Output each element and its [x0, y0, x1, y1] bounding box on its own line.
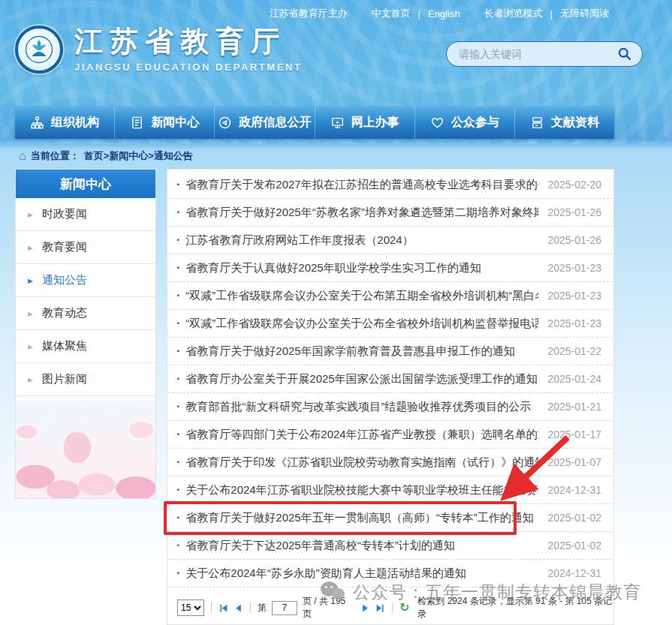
notice-link[interactable]: 关于公布2024年“苏乡永助”资助育人主题活动结果的通知: [185, 566, 538, 581]
pager-divider: [250, 602, 251, 613]
notice-row[interactable]: · 省教育厅办公室关于开展2025年国家公派出国留学选派受理工作的通知 2025…: [168, 365, 613, 393]
bullet-icon: ·: [176, 483, 180, 497]
prev-page-button[interactable]: [234, 603, 243, 613]
nav-item[interactable]: 政府信息公开: [215, 107, 315, 139]
topbar-home-link[interactable]: 中文首页: [372, 7, 411, 20]
notice-row[interactable]: · 江苏省教育厅政府网站工作年度报表（2024） 2025-01-26: [168, 227, 613, 254]
topbar-english-link[interactable]: English: [428, 8, 460, 20]
caret-right-icon: ▶: [28, 211, 33, 218]
page-number-input[interactable]: [272, 601, 297, 615]
notice-link[interactable]: 江苏省教育厅政府网站工作年度报表（2024）: [185, 233, 538, 248]
breadcrumb-path[interactable]: 首页>新闻中心>通知公告: [84, 149, 193, 163]
sidebar-item[interactable]: ▶ 图片新闻: [16, 363, 155, 396]
notice-link[interactable]: 省教育厅关于发布2027年拟在江苏招生的普通高校专业选考科目要求的公告: [185, 178, 538, 192]
bullet-icon: ·: [176, 455, 180, 469]
sidebar-item-label: 图片新闻: [42, 372, 87, 386]
notice-date: 2025-01-23: [547, 317, 601, 329]
notice-link[interactable]: 省教育厅关于认真做好2025年职业学校学生实习工作的通知: [185, 261, 538, 275]
breadcrumb-label: 当前位置：: [31, 149, 80, 163]
sidebar: 新闻中心 ▶ 时政要闻 ▶ 教育要闻 ▶ 通知公告 ▶ 教育动态 ▶ 媒体聚焦 …: [15, 169, 156, 499]
sidebar-item[interactable]: ▶ 教育要闻: [16, 231, 155, 264]
notice-link[interactable]: 省教育厅办公室关于开展2025年国家公派出国留学选派受理工作的通知: [185, 372, 538, 386]
notice-link[interactable]: 省教育厅关于下达2025年普通高校“专转本”计划的通知: [185, 539, 538, 553]
nav-item-label: 公众参与: [451, 115, 499, 131]
notice-link[interactable]: 省教育厅关于做好2025年国家学前教育普及普惠县申报工作的通知: [185, 344, 538, 359]
sidebar-item-label: 时政要闻: [42, 207, 87, 221]
notice-link[interactable]: 教育部首批“新文科研究与改革实践项目”结题验收推荐优秀项目的公示: [185, 400, 538, 414]
notice-row[interactable]: · “双减”工作省级联席会议办公室关于公布全省校外培训机构监督举报电话的公… 2…: [168, 310, 613, 338]
next-page-button[interactable]: [360, 603, 370, 613]
pager-divider: [392, 602, 393, 613]
notice-link[interactable]: 省教育厅关于印发《江苏省职业院校劳动教育实施指南（试行）》的通知: [185, 455, 538, 470]
nav-item[interactable]: 文献资料: [515, 107, 614, 139]
notice-row[interactable]: · 省教育厅关于发布2027年拟在江苏招生的普通高校专业选考科目要求的公告 20…: [168, 171, 613, 199]
notice-row[interactable]: · 关于公布2024年“苏乡永助”资助育人主题活动结果的通知 2024-12-3…: [168, 560, 613, 587]
notice-date: 2025-01-07: [547, 456, 601, 468]
topbar-elder-mode-link[interactable]: 长者浏览模式: [484, 7, 543, 20]
notice-date: 2025-01-23: [547, 290, 601, 302]
bullet-icon: ·: [176, 566, 180, 580]
nav-item[interactable]: 新闻中心: [115, 107, 215, 139]
bullet-icon: ·: [176, 206, 180, 219]
notice-link[interactable]: 省教育厅关于做好2025年“苏教名家”培养对象遴选暨第二期培养对象终期…: [185, 206, 538, 220]
last-page-button[interactable]: [375, 603, 385, 613]
sidebar-item-label: 媒体聚焦: [42, 339, 87, 353]
bullet-icon: ·: [176, 261, 180, 275]
notice-date: 2024-12-31: [547, 567, 601, 579]
page-size-select[interactable]: 15: [177, 599, 204, 616]
notice-link[interactable]: 关于公布2024年江苏省职业院校技能大赛中等职业学校班主任能力比赛获奖…: [185, 483, 538, 497]
notice-row[interactable]: · 省教育厅关于认真做好2025年职业学校学生实习工作的通知 2025-01-2…: [168, 254, 613, 282]
topbar-separator: |: [550, 8, 553, 20]
first-page-button[interactable]: [218, 603, 228, 613]
notice-date: 2025-01-26: [547, 234, 601, 246]
nav-item[interactable]: 公众参与: [415, 107, 515, 139]
pagination-bar: 15 第 页 / 共 195 页 ↻ 检索到 2924 条记录，显示第 91 条…: [167, 587, 613, 620]
refresh-icon[interactable]: ↻: [399, 602, 409, 614]
caret-right-icon: ▶: [28, 277, 33, 284]
search-button[interactable]: [615, 44, 634, 64]
caret-right-icon: ▶: [28, 310, 33, 317]
notice-link[interactable]: “双减”工作省级联席会议办公室关于公布全省校外培训机构监督举报电话的公…: [185, 317, 538, 331]
heart-icon: [430, 116, 444, 130]
logo-badge[interactable]: [15, 26, 63, 74]
bullet-icon: ·: [176, 511, 180, 524]
sidebar-item[interactable]: ▶ 媒体聚焦: [16, 330, 155, 363]
notice-row[interactable]: · 省教育厅关于做好2025年“苏教名家”培养对象遴选暨第二期培养对象终期… 2…: [168, 199, 613, 227]
notice-date: 2025-01-02: [547, 539, 601, 551]
search-box: [446, 41, 643, 67]
notice-date: 2025-01-23: [547, 262, 601, 274]
notice-link[interactable]: 省教育厅等四部门关于公布2024年江苏省产业教授（兼职）选聘名单的通知: [185, 428, 538, 442]
bullet-icon: ·: [176, 289, 180, 302]
notice-date: 2025-01-22: [547, 345, 601, 357]
sidebar-item[interactable]: ▶ 时政要闻: [16, 198, 155, 231]
nav-item[interactable]: 网上办事: [315, 107, 415, 139]
topbar: 江苏省教育厅主办 中文首页 | English 长者浏览模式 | 无障碍阅读: [270, 7, 609, 20]
notice-row[interactable]: · 省教育厅关于印发《江苏省职业院校劳动教育实施指南（试行）》的通知 2025-…: [168, 449, 613, 476]
topbar-accessibility-link[interactable]: 无障碍阅读: [560, 7, 609, 20]
notice-row[interactable]: · “双减”工作省级联席会议办公室关于公布第五期全省校外培训机构“黑白名单… 2…: [168, 282, 613, 310]
news-icon: [130, 116, 144, 130]
bullet-icon: ·: [176, 400, 180, 413]
notice-row[interactable]: · 省教育厅关于做好2025年国家学前教育普及普惠县申报工作的通知 2025-0…: [168, 338, 613, 365]
caret-right-icon: ▶: [28, 343, 33, 350]
nav-item-label: 组织机构: [51, 115, 99, 131]
notice-link[interactable]: 省教育厅关于做好2025年五年一贯制高职（高师）“专转本”工作的通知: [185, 511, 538, 525]
notice-row[interactable]: · 教育部首批“新文科研究与改革实践项目”结题验收推荐优秀项目的公示 2025-…: [168, 393, 613, 421]
breadcrumb: ⌂ 当前位置： 首页>新闻中心>通知公告: [19, 149, 193, 163]
search-input[interactable]: [459, 48, 615, 60]
sidebar-item[interactable]: ▶ 通知公告: [16, 264, 155, 297]
nav-item[interactable]: 组织机构: [15, 107, 115, 139]
notice-row[interactable]: · 省教育厅等四部门关于公布2024年江苏省产业教授（兼职）选聘名单的通知 20…: [168, 421, 613, 449]
topbar-host[interactable]: 江苏省教育厅主办: [270, 7, 348, 20]
bullet-icon: ·: [176, 317, 180, 330]
pager-divider: [211, 602, 212, 613]
notice-link[interactable]: “双减”工作省级联席会议办公室关于公布第五期全省校外培训机构“黑白名单…: [185, 289, 538, 303]
sidebar-item[interactable]: ▶ 专题报道: [16, 396, 155, 429]
notice-date: 2025-01-26: [547, 206, 601, 218]
sidebar-item[interactable]: ▶ 教育动态: [16, 297, 155, 330]
notice-row[interactable]: · 关于公布2024年江苏省职业院校技能大赛中等职业学校班主任能力比赛获奖… 2…: [168, 476, 613, 504]
info-disclosure-icon: [218, 116, 232, 130]
notice-row[interactable]: · 省教育厅关于做好2025年五年一贯制高职（高师）“专转本”工作的通知 202…: [168, 504, 613, 532]
sidebar-title: 新闻中心: [16, 170, 155, 198]
notice-row[interactable]: · 省教育厅关于下达2025年普通高校“专转本”计划的通知 2025-01-02: [168, 532, 613, 560]
